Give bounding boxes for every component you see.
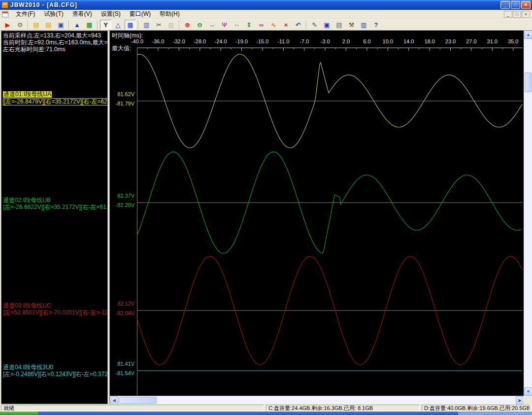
- window-title: JBW2010 - [AB.CFG]: [10, 1, 500, 8]
- scrollbar-corner: [524, 396, 532, 404]
- monitor-view-button[interactable]: ▣: [321, 20, 332, 30]
- scroll-left-button[interactable]: ◀: [110, 396, 118, 404]
- title-bar: JBW2010 - [AB.CFG] _ □ ×: [0, 0, 532, 10]
- system-tray: [458, 412, 532, 415]
- zoom-out-button[interactable]: ⊖: [194, 20, 205, 30]
- menu-item-test[interactable]: 试验(T): [39, 9, 67, 19]
- menu-item-settings[interactable]: 设置(S): [97, 9, 125, 19]
- scroll-down-button[interactable]: ▼: [524, 387, 532, 396]
- undo-button[interactable]: ↶: [293, 20, 304, 30]
- channel-1-values: [左=-26.8479V][右=35.2172V][右-左=62.0651V]: [3, 98, 108, 105]
- toolbar-separator: [28, 20, 29, 29]
- channel-4-values: [左=-0.2486V][右=0.1243V][右-左=0.3729V]: [3, 371, 108, 378]
- expand-time-button[interactable]: ⇔: [231, 20, 242, 30]
- cursor-select-button[interactable]: Ψ: [219, 20, 230, 30]
- channel-2-title: 通道02:Ⅰ段母线UB: [3, 197, 51, 204]
- waveform-plot[interactable]: [110, 31, 524, 396]
- help-button[interactable]: ?: [370, 20, 382, 30]
- save-button[interactable]: ▣: [55, 20, 66, 30]
- main-area: 当前采样点:左=133,右=204,最大=943 当前时刻:左=92.0ms,右…: [0, 31, 532, 404]
- child-close-button[interactable]: ×: [522, 11, 530, 18]
- status-bar: 就绪 C:盘容量:24.4GB,剩余:16.3GB,已用: 8.1GB D:盘容…: [0, 404, 532, 412]
- toolbar-separator: [179, 20, 180, 29]
- mark-a-button[interactable]: ▲: [71, 20, 83, 30]
- status-disk-d: D:盘容量:40.0GB,剩余:19.6GB,已用:20.5GB: [422, 405, 530, 411]
- vertical-scrollbar[interactable]: ▲ ▼: [524, 31, 532, 396]
- toolbar: ▶⚙▤▤▣▲▦Y△▦▥✂▧⊕⊖↔Ψ⇔⇕∞∿×↶✎▣▤⚒▥?: [0, 19, 532, 31]
- channel-block-1[interactable]: 通道01:Ⅰ段母线UA [左=-26.8479V][右=35.2172V][右-…: [3, 91, 108, 105]
- menu-item-view[interactable]: 查看(V): [68, 9, 97, 19]
- zoom-in-button[interactable]: ⊕: [182, 20, 193, 30]
- print-button[interactable]: ▤: [333, 20, 345, 30]
- run-button[interactable]: ▶: [2, 20, 13, 30]
- channel-block-4[interactable]: 通道04:Ⅰ段母线3U0 [左=-0.2486V][右=0.1243V][右-左…: [3, 364, 108, 378]
- wave-window-button[interactable]: ▦: [125, 20, 136, 30]
- toolbar-separator: [138, 20, 139, 29]
- open-wave-button[interactable]: ▤: [43, 20, 54, 30]
- channel-2-values: [左=-26.6822V][右=35.2172V][右-左=61.8994V]: [3, 204, 108, 210]
- toolbar-separator: [306, 20, 307, 29]
- status-ready: 就绪: [1, 405, 264, 411]
- horizontal-scroll-thumb[interactable]: [119, 397, 157, 404]
- delta-mode-button[interactable]: △: [112, 20, 124, 30]
- close-button[interactable]: ×: [521, 1, 531, 9]
- toolbar-separator: [97, 20, 98, 29]
- channel-block-3[interactable]: 通道03:Ⅰ段母线UC [左=52.9501V][右=-70.0201V][右-…: [3, 302, 108, 316]
- os-taskbar[interactable]: [0, 412, 532, 415]
- child-window-icon: [2, 11, 8, 17]
- settings-gears-button[interactable]: ⚙: [14, 20, 26, 30]
- channel-4-title: 通道04:Ⅰ段母线3U0: [3, 364, 53, 371]
- cursor-info: 当前采样点:左=133,右=204,最大=943 当前时刻:左=92.0ms,右…: [3, 32, 108, 53]
- menu-item-window[interactable]: 窗口(W): [125, 9, 155, 19]
- status-disk-c: C:盘容量:24.4GB,剩余:16.3GB,已用: 8.1GB: [266, 405, 420, 411]
- channel-info-panel: 当前采样点:左=133,右=204,最大=943 当前时刻:左=92.0ms,右…: [1, 31, 108, 404]
- open-config-button[interactable]: ▤: [31, 20, 42, 30]
- app-window: JBW2010 - [AB.CFG] _ □ × 文件(F)试验(T)查看(V)…: [0, 0, 532, 415]
- y-axis-mode-button[interactable]: Y: [100, 20, 111, 30]
- paste-button[interactable]: ▧: [166, 20, 177, 30]
- vertical-scroll-thumb[interactable]: [525, 72, 532, 92]
- channel-3-title: 通道03:Ⅰ段母线UC: [3, 303, 51, 309]
- compress-time-button[interactable]: ↔: [206, 20, 218, 30]
- app-icon: [1, 1, 8, 8]
- horizontal-scrollbar[interactable]: ◀ ▶: [110, 396, 524, 404]
- restore-button[interactable]: □: [511, 1, 520, 9]
- menu-item-file[interactable]: 文件(F): [11, 9, 39, 19]
- minimize-button[interactable]: _: [500, 1, 510, 9]
- data-list-button[interactable]: ▥: [358, 20, 369, 30]
- sine-ref-button[interactable]: ∿: [268, 20, 279, 30]
- sample-points-line: 当前采样点:左=133,右=204,最大=943: [3, 32, 108, 39]
- scroll-up-button[interactable]: ▲: [524, 31, 532, 39]
- overlap-waves-button[interactable]: ∞: [256, 20, 267, 30]
- menu-bar: 文件(F)试验(T)查看(V)设置(S)窗口(W)帮助(H) _ □ ×: [0, 10, 532, 19]
- edit-notes-button[interactable]: ✎: [309, 20, 320, 30]
- child-restore-button[interactable]: □: [513, 11, 521, 18]
- waveform-chart-area[interactable]: 时间轴(ms): 最大值: -40.0-36.0-32.0-28.0-24.0-…: [109, 31, 532, 404]
- delete-wave-button[interactable]: ×: [280, 20, 292, 30]
- bitmap-view-button[interactable]: ▦: [84, 20, 95, 30]
- cut-button[interactable]: ✂: [153, 20, 165, 30]
- channel-3-values: [左=52.9501V][右=-70.0201V][右-左=-122.9702V…: [3, 310, 108, 316]
- scroll-right-button[interactable]: ▶: [516, 396, 524, 404]
- cursor-delta-line: 左右光标时间差:71.0ms: [3, 46, 108, 53]
- channel-1-title: 通道01:Ⅰ段母线UA: [3, 91, 52, 98]
- expand-amplitude-button[interactable]: ⇕: [243, 20, 255, 30]
- tools-hammer-button[interactable]: ⚒: [346, 20, 357, 30]
- child-minimize-button[interactable]: _: [504, 11, 512, 18]
- menu-item-help[interactable]: 帮助(H): [155, 9, 184, 19]
- current-time-line: 当前时刻:左=92.0ms,右=163.0ms,最大=3659.0ms: [3, 39, 108, 46]
- start-button[interactable]: [0, 412, 38, 415]
- toolbar-separator: [68, 20, 69, 29]
- channel-block-2[interactable]: 通道02:Ⅰ段母线UB [左=-26.6822V][右=35.2172V][右-…: [3, 197, 108, 210]
- copy-button[interactable]: ▥: [141, 20, 152, 30]
